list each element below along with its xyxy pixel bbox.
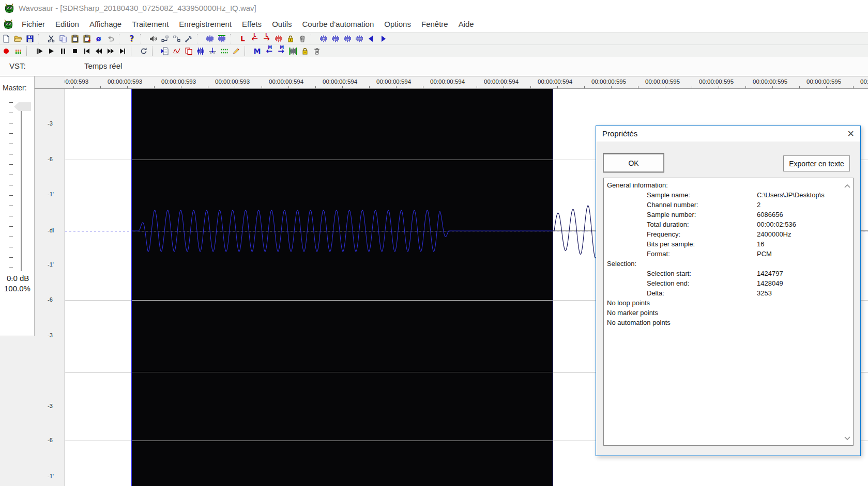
go-to-start-icon[interactable] <box>81 45 93 57</box>
ruler-time-label: 00:00:00:594 <box>538 79 572 85</box>
settings-wrench-icon[interactable] <box>182 33 194 44</box>
selection-extend-right-icon[interactable]: → <box>341 33 353 44</box>
property-row: Total duration:00:00:02:536 <box>604 220 853 230</box>
help-icon[interactable]: ? <box>126 33 138 44</box>
loop-start-icon[interactable]: ←L <box>249 33 261 44</box>
property-value: 16 <box>757 240 764 248</box>
paste-icon[interactable] <box>69 33 81 44</box>
master-percent-value: 100.0% <box>4 284 31 293</box>
show-selection-icon[interactable] <box>216 33 227 44</box>
properties-list[interactable]: General information:Sample name:C:\Users… <box>603 178 854 446</box>
wavosaur-window: Wavosaur - [SDRSharp_20180430_072508Z_43… <box>0 0 868 486</box>
dialog-title-bar[interactable]: Propriétés × <box>596 126 860 142</box>
master-label: Master: <box>3 84 27 92</box>
menu-item-fichier[interactable]: Fichier <box>17 17 50 32</box>
undo-icon[interactable] <box>104 33 116 44</box>
go-to-end-icon[interactable] <box>116 45 128 57</box>
time-ruler[interactable]: 00:00:00:59300:00:00:59300:00:00:59300:0… <box>53 76 868 88</box>
save-file-icon[interactable] <box>24 33 36 44</box>
stop-icon[interactable] <box>69 45 81 57</box>
marker-lock-icon[interactable] <box>299 45 311 57</box>
ruler-time-label: 00:00:00:595 <box>645 79 680 85</box>
play-file-icon[interactable] <box>159 45 171 57</box>
play-icon[interactable] <box>45 45 57 57</box>
ruler-time-label: 00:00:00:593 <box>161 79 196 85</box>
menu-item-outils[interactable]: Outils <box>267 17 297 32</box>
copy-icon[interactable] <box>57 33 69 44</box>
menu-item-options[interactable]: Options <box>379 17 416 32</box>
menu-item-edition[interactable]: Edition <box>50 17 84 32</box>
marker-icon[interactable]: M <box>251 45 263 57</box>
menu-item-traitement[interactable]: Traitement <box>127 17 174 32</box>
ruler-time-label: 00:00:00:593 <box>108 79 142 85</box>
previous-view-icon[interactable] <box>365 33 377 44</box>
ruler-time-label: 00:00:00:593 <box>215 79 250 85</box>
statistics-icon[interactable] <box>171 45 182 57</box>
db-scale-label: -6 <box>48 296 63 303</box>
record-icon[interactable] <box>0 45 12 57</box>
export-text-button[interactable]: Exporter en texte <box>783 155 850 171</box>
filter-sliders-icon[interactable] <box>194 45 206 57</box>
property-label: Format: <box>647 250 670 258</box>
property-row: Delta:3253 <box>604 289 853 299</box>
master-slider-handle[interactable] <box>14 102 31 111</box>
toolbar-separator <box>38 34 43 43</box>
close-icon[interactable]: × <box>847 127 854 141</box>
loop-lock-icon[interactable] <box>284 33 296 44</box>
menu-item-affichage[interactable]: Affichage <box>84 17 127 32</box>
menu-item-fen-tre[interactable]: Fenêtre <box>416 17 453 32</box>
zoom-whole-icon[interactable]: — <box>353 33 365 44</box>
zoom-selection-icon[interactable] <box>204 33 216 44</box>
ok-button[interactable]: OK <box>603 154 664 172</box>
new-file-icon[interactable] <box>0 33 12 44</box>
next-view-icon[interactable] <box>377 33 389 44</box>
marker-delete-icon[interactable] <box>311 45 323 57</box>
rewind-icon[interactable] <box>93 45 104 57</box>
property-label: No marker points <box>607 309 658 317</box>
property-label: No automation points <box>607 319 671 326</box>
open-file-icon[interactable] <box>12 33 24 44</box>
transport-toolbar: M←M→M <box>0 44 868 57</box>
insert-silence-icon[interactable] <box>206 45 218 57</box>
menu-item-effets[interactable]: Effets <box>237 17 267 32</box>
master-slider-track[interactable] <box>21 106 22 271</box>
zoom-vertical-icon[interactable]: ↕ <box>317 33 329 44</box>
property-label: General information: <box>607 181 668 189</box>
menu-item-aide[interactable]: Aide <box>453 17 479 32</box>
paste-new-window-icon[interactable] <box>81 33 93 44</box>
selection-extend-left-icon[interactable]: ← <box>329 33 341 44</box>
chunk-route-a-icon[interactable] <box>159 33 171 44</box>
db-scale-label: -3 <box>48 332 63 338</box>
marker-selection-icon[interactable] <box>287 45 299 57</box>
pause-icon[interactable] <box>57 45 69 57</box>
property-label: Total duration: <box>647 221 689 228</box>
scroll-down-icon[interactable] <box>844 433 850 442</box>
menu-item-courbe-d-automation[interactable]: Courbe d'automation <box>297 17 379 32</box>
loop-delete-icon[interactable] <box>296 33 308 44</box>
master-slider-ticks <box>9 102 13 278</box>
fast-forward-icon[interactable] <box>104 45 116 57</box>
channel-tool-icon[interactable] <box>218 45 230 57</box>
monitor-input-icon[interactable] <box>12 45 24 57</box>
realtime-checkbox-label: Temps réel <box>84 61 122 70</box>
draw-wave-icon[interactable] <box>230 45 242 57</box>
property-row: Channel number:2 <box>604 200 853 210</box>
audio-device-icon[interactable] <box>147 33 159 44</box>
cut-icon[interactable] <box>45 33 57 44</box>
menu-item-enregistrement[interactable]: Enregistrement <box>174 17 237 32</box>
toolbar-separator <box>26 46 32 56</box>
property-value: 6086656 <box>757 211 783 218</box>
play-from-cursor-icon[interactable] <box>33 45 45 57</box>
property-value: 1428049 <box>757 279 783 287</box>
loop-marker-icon[interactable]: L <box>237 33 249 44</box>
loop-playback-icon[interactable] <box>138 45 149 57</box>
toolbar-separator <box>131 46 136 56</box>
marker-previous-icon[interactable]: ←M <box>263 45 275 57</box>
crop-icon[interactable]: ø <box>93 33 104 44</box>
property-value: 00:00:02:536 <box>757 221 796 228</box>
db-scale-label: -1' <box>48 261 63 268</box>
marker-next-icon[interactable]: →M <box>275 45 287 57</box>
copy-special-icon[interactable] <box>182 45 194 57</box>
chunk-route-b-icon[interactable] <box>171 33 182 44</box>
ruler-time-label: 00:00:0 <box>860 79 868 85</box>
